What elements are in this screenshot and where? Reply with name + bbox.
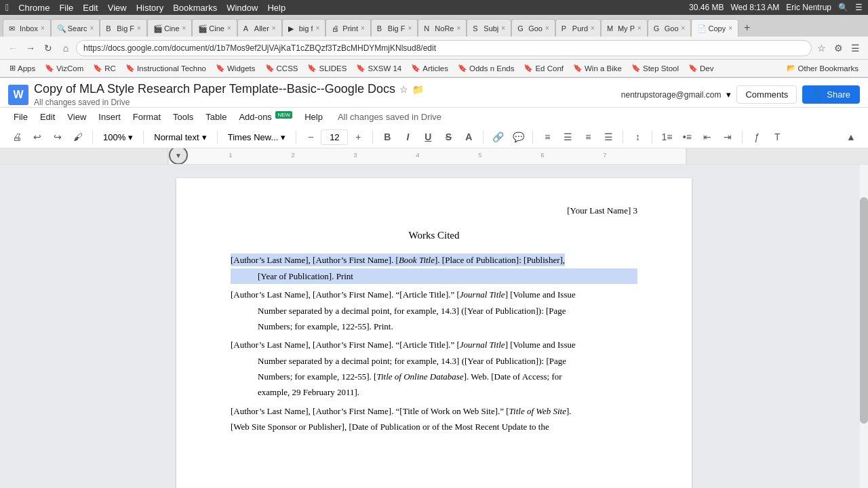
extensions-icon[interactable]: ⚙ <box>831 41 846 55</box>
bookmark-other[interactable]: 📂 Other Bookmarks <box>783 62 863 74</box>
bookmark-ccss[interactable]: 🔖 CCSS <box>261 62 302 74</box>
line-spacing-button[interactable]: ↕ <box>629 128 646 146</box>
folder-icon[interactable]: 📁 <box>412 84 424 95</box>
tab-close-icon[interactable]: × <box>182 24 186 32</box>
tab-print[interactable]: 🖨 Print × <box>326 19 370 37</box>
reload-button[interactable]: ↻ <box>41 41 56 56</box>
file-menu[interactable]: File <box>59 3 73 13</box>
bookmark-vizcom[interactable]: 🔖 VizCom <box>41 62 87 74</box>
scrollbar[interactable] <box>860 165 868 488</box>
bookmark-star-icon[interactable]: ☆ <box>814 41 829 55</box>
font-select[interactable]: Times New... ▾ <box>223 129 291 145</box>
comment-button[interactable]: 💬 <box>509 128 527 146</box>
numbered-list-button[interactable]: 1≡ <box>658 128 675 146</box>
decrease-indent-button[interactable]: ⇤ <box>698 128 716 146</box>
text-color-button[interactable]: A <box>460 128 477 146</box>
tab-close-icon[interactable]: × <box>315 24 319 32</box>
menu-format[interactable]: Format <box>127 109 166 125</box>
page-area[interactable]: [Your Last Name] 3 Works Cited [Author’s… <box>0 165 868 488</box>
format-paint-button[interactable]: 🖌 <box>69 128 87 146</box>
menu-icon[interactable]: ☰ <box>855 3 863 12</box>
zoom-select[interactable]: 100% ▾ <box>98 129 138 145</box>
print-button[interactable]: 🖨 <box>8 128 26 146</box>
bookmark-apps[interactable]: ⊞ Apps <box>5 62 39 74</box>
align-right-button[interactable]: ≡ <box>579 128 597 146</box>
menu-view[interactable]: View <box>62 109 92 125</box>
tab-bigf2[interactable]: ▶ big f × <box>282 19 326 37</box>
menu-table[interactable]: Table <box>200 109 232 125</box>
tab-bigf1[interactable]: B Big F × <box>100 19 147 37</box>
tab-close-icon[interactable]: × <box>41 24 45 32</box>
tab-search[interactable]: 🔍 Searc × <box>51 19 100 37</box>
tab-close-icon[interactable]: × <box>227 24 231 32</box>
tab-aller[interactable]: A Aller × <box>237 19 282 37</box>
clear-format-button[interactable]: T <box>768 128 786 146</box>
share-button[interactable]: 👤 Share <box>802 85 860 104</box>
font-size-decrease[interactable]: − <box>302 128 319 146</box>
menu-file[interactable]: File <box>8 109 33 125</box>
tab-close-icon[interactable]: × <box>637 24 642 32</box>
bookmark-instructional[interactable]: 🔖 Instructional Techno <box>121 62 210 74</box>
address-bar[interactable] <box>76 40 812 56</box>
underline-button[interactable]: U <box>419 128 437 146</box>
bookmark-winabike[interactable]: 🔖 Win a Bike <box>569 62 626 74</box>
star-icon[interactable]: ☆ <box>399 84 408 95</box>
align-center-button[interactable]: ☰ <box>559 128 576 146</box>
bookmark-widgets[interactable]: 🔖 Widgets <box>212 62 260 74</box>
tab-goo1[interactable]: G Goo × <box>511 19 555 37</box>
tab-close-icon[interactable]: × <box>545 24 549 32</box>
bookmark-sxsw[interactable]: 🔖 SXSW 14 <box>352 62 406 74</box>
tab-close-icon[interactable]: × <box>682 24 686 32</box>
menu-addons[interactable]: Add-ons NEW <box>233 109 298 125</box>
back-button[interactable]: ← <box>5 41 20 56</box>
edit-menu[interactable]: Edit <box>83 3 98 13</box>
tab-copy-active[interactable]: 📄 Copy × <box>691 19 738 37</box>
menu-tools[interactable]: Tools <box>167 109 199 125</box>
bookmark-dev[interactable]: 🔖 Dev <box>684 62 717 74</box>
bookmark-odds[interactable]: 🔖 Odds n Ends <box>454 62 518 74</box>
chrome-menu[interactable]: Chrome <box>18 3 50 13</box>
bookmark-stepsool[interactable]: 🔖 Step Stool <box>627 62 683 74</box>
align-left-button[interactable]: ≡ <box>538 128 556 146</box>
formula-button[interactable]: ƒ <box>748 128 766 146</box>
bookmark-edconf[interactable]: 🔖 Ed Conf <box>519 62 568 74</box>
justify-button[interactable]: ☰ <box>599 128 617 146</box>
bookmark-slides[interactable]: 🔖 SLIDES <box>303 62 351 74</box>
tab-close-icon[interactable]: × <box>501 24 505 32</box>
bookmarks-menu[interactable]: Bookmarks <box>173 3 217 13</box>
tab-inbox[interactable]: ✉ Inbox × <box>3 19 51 37</box>
window-menu[interactable]: Window <box>226 3 258 13</box>
scrollbar-thumb[interactable] <box>860 197 868 424</box>
menu-edit[interactable]: Edit <box>35 109 60 125</box>
font-size-input[interactable] <box>321 129 348 145</box>
paragraph-style-select[interactable]: Normal text ▾ <box>149 129 211 145</box>
tab-goo2[interactable]: G Goo × <box>648 19 692 37</box>
tab-nore[interactable]: N NoRe × <box>418 19 467 37</box>
tab-close-icon[interactable]: × <box>361 24 365 32</box>
tab-bigf3[interactable]: B Big F × <box>371 19 418 37</box>
history-menu[interactable]: History <box>136 3 163 13</box>
tab-close-icon[interactable]: × <box>90 24 94 32</box>
tab-subj[interactable]: S Subj × <box>467 19 511 37</box>
tab-close-icon[interactable]: × <box>137 24 141 32</box>
new-tab-button[interactable]: + <box>738 19 755 37</box>
bookmark-articles[interactable]: 🔖 Articles <box>407 62 452 74</box>
strikethrough-button[interactable]: S <box>439 128 457 146</box>
italic-button[interactable]: I <box>399 128 416 146</box>
redo-button[interactable]: ↪ <box>49 128 66 146</box>
tab-cine1[interactable]: 🎬 Cine × <box>147 19 192 37</box>
help-menu[interactable]: Help <box>267 3 285 13</box>
forward-button[interactable]: → <box>23 41 38 56</box>
font-size-increase[interactable]: + <box>349 128 367 146</box>
tab-cine2[interactable]: 🎬 Cine × <box>192 19 237 37</box>
menu-help[interactable]: Help <box>299 109 328 125</box>
dropdown-icon[interactable]: ▾ <box>726 89 731 100</box>
menu-insert[interactable]: Insert <box>93 109 126 125</box>
tab-myp[interactable]: M My P × <box>601 19 648 37</box>
more-icon[interactable]: ☰ <box>848 41 863 55</box>
tab-close-icon[interactable]: × <box>591 24 595 32</box>
tab-purd[interactable]: P Purd × <box>555 19 601 37</box>
view-menu[interactable]: View <box>108 3 127 13</box>
bookmark-rc[interactable]: 🔖 RC <box>89 62 120 74</box>
tab-close-icon[interactable]: × <box>408 24 412 32</box>
